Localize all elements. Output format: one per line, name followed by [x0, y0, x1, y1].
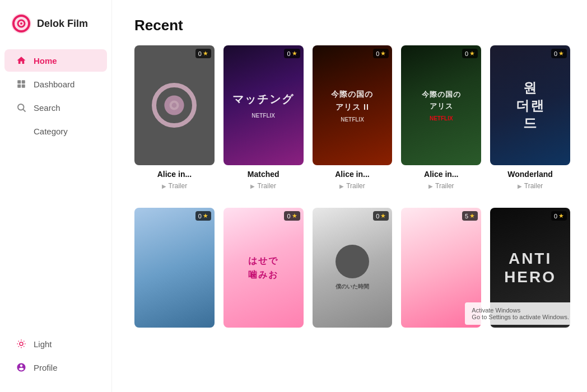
star-icon-6: ★ [203, 212, 208, 220]
svg-rect-4 [17, 80, 21, 83]
rating-5: 0 [554, 50, 557, 57]
poster-badge-1: 0 ★ [195, 49, 211, 58]
play-icon-3: ▶ [339, 183, 344, 189]
poster-badge-4: 0 ★ [462, 49, 478, 58]
placeholder-logo-icon [152, 83, 197, 128]
trailer-btn-1[interactable]: ▶ Trailer [134, 181, 215, 191]
sun-icon [16, 338, 27, 349]
sidebar-nav: Home Dashboard Search [0, 49, 111, 333]
movie-poster-6: 0 ★ [134, 208, 215, 328]
poster-badge-9: 5 ★ [462, 211, 478, 221]
poster-badge-5: 0 ★ [551, 49, 567, 58]
sidebar-item-light[interactable]: Light [4, 333, 107, 355]
trailer-label-2: Trailer [257, 182, 276, 190]
app-logo: Delok Film [0, 13, 111, 49]
movie-card-6[interactable]: 0 ★ [134, 208, 215, 328]
star-icon-1: ★ [203, 50, 208, 57]
poster-design-6 [134, 208, 215, 328]
movie-poster-9: 5 ★ [401, 208, 481, 328]
poster-design-5: 원더랜드 [490, 45, 570, 165]
movie-card-9[interactable]: 5 ★ [401, 208, 481, 328]
trailer-btn-4[interactable]: ▶ Trailer [401, 181, 481, 191]
sidebar-item-profile[interactable]: Profile [4, 356, 107, 379]
poster-design-4: 今際の国のアリス NETFLIX [401, 45, 481, 165]
svg-line-9 [23, 109, 25, 111]
movie-poster-3: 今際の国のアリス II NETFLIX 0 ★ [313, 45, 393, 165]
poster-badge-3: 0 ★ [373, 49, 389, 58]
movie-title-3: Alice in... [313, 170, 393, 179]
play-icon-2: ▶ [250, 183, 255, 189]
rating-2: 0 [287, 50, 290, 57]
sidebar-bottom: Light Profile [0, 333, 111, 383]
sidebar-item-home-label: Home [34, 56, 57, 66]
movie-title-5: Wonderland [490, 170, 570, 179]
rating-10: 0 [554, 213, 557, 220]
profile-icon [16, 362, 27, 373]
svg-line-17 [18, 346, 19, 347]
star-icon-2: ★ [292, 50, 297, 57]
star-icon-4: ★ [469, 50, 475, 57]
trailer-label-4: Trailer [435, 182, 454, 190]
sidebar-item-search[interactable]: Search [4, 96, 107, 119]
trailer-btn-2[interactable]: ▶ Trailer [223, 181, 304, 191]
movie-card-3[interactable]: 今際の国のアリス II NETFLIX 0 ★ Alice in... ▶ Tr… [313, 45, 393, 191]
movie-card-4[interactable]: 今際の国のアリス NETFLIX 0 ★ Alice in... ▶ Trail… [401, 45, 481, 191]
movie-card-1[interactable]: 0 ★ Alice in... ▶ Trailer [134, 45, 215, 191]
category-icon [16, 125, 27, 137]
poster-design-3: 今際の国のアリス II NETFLIX [313, 45, 393, 165]
svg-line-18 [24, 341, 24, 342]
trailer-btn-5[interactable]: ▶ Trailer [490, 181, 570, 191]
movie-card-7[interactable]: はせで噛みお 0 ★ [223, 208, 304, 328]
svg-point-10 [20, 342, 23, 346]
movie-card-2[interactable]: マッチング NETFLIX 0 ★ Matched ▶ Trailer [223, 45, 304, 191]
movie-poster-2: マッチング NETFLIX 0 ★ [223, 45, 304, 165]
search-icon [16, 102, 27, 113]
movie-poster-1: 0 ★ [134, 45, 215, 165]
svg-rect-7 [22, 85, 25, 88]
poster-badge-10: 0 ★ [551, 211, 567, 221]
poster-badge-8: 0 ★ [373, 211, 389, 221]
movie-title-1: Alice in... [134, 170, 215, 179]
star-icon-10: ★ [558, 212, 564, 220]
movie-poster-8: 僕のいた時間 0 ★ [313, 208, 393, 328]
star-icon-9: ★ [469, 212, 475, 220]
movie-poster-4: 今際の国のアリス NETFLIX 0 ★ [401, 45, 481, 165]
svg-rect-6 [17, 85, 21, 88]
svg-point-20 [165, 95, 184, 115]
svg-rect-5 [22, 80, 25, 83]
movie-card-5[interactable]: 원더랜드 0 ★ Wonderland ▶ Trailer [490, 45, 570, 191]
rating-4: 0 [465, 50, 468, 57]
trailer-btn-3[interactable]: ▶ Trailer [313, 181, 393, 191]
star-icon-8: ★ [380, 212, 386, 220]
poster-design-7: はせで噛みお [223, 208, 304, 328]
main-content: Recent 0 ★ Alice in... ▶ [112, 0, 587, 392]
star-icon-3: ★ [380, 50, 386, 57]
movie-card-8[interactable]: 僕のいた時間 0 ★ [313, 208, 393, 328]
trailer-label-1: Trailer [169, 182, 188, 190]
poster-badge-6: 0 ★ [195, 211, 211, 221]
sidebar-item-category-label: Category [34, 127, 68, 136]
svg-line-15 [18, 341, 19, 342]
svg-point-8 [18, 104, 24, 110]
sidebar-item-light-label: Light [34, 339, 52, 349]
play-icon-5: ▶ [518, 183, 522, 189]
poster-badge-7: 0 ★ [284, 211, 300, 221]
movie-card-10[interactable]: ANTIHERO 0 ★ [490, 208, 570, 328]
sidebar-item-home[interactable]: Home [4, 49, 107, 72]
play-icon-1: ▶ [162, 183, 166, 189]
sidebar-item-dashboard[interactable]: Dashboard [4, 73, 107, 95]
play-icon-4: ▶ [428, 183, 433, 189]
sidebar-item-search-label: Search [34, 103, 60, 113]
dashboard-icon [16, 78, 27, 90]
svg-line-16 [24, 346, 24, 347]
star-icon-7: ★ [292, 212, 297, 220]
movie-poster-5: 원더랜드 0 ★ [490, 45, 570, 165]
rating-6: 0 [198, 213, 202, 220]
rating-8: 0 [376, 213, 379, 220]
movies-row-1: 0 ★ Alice in... ▶ Trailer マッチング NETFLIX … [134, 45, 570, 191]
sidebar-item-profile-label: Profile [34, 363, 58, 372]
movie-title-4: Alice in... [401, 170, 481, 179]
home-icon [16, 55, 27, 66]
section-title: Recent [134, 17, 570, 34]
sidebar-item-category[interactable]: Category [4, 120, 107, 142]
